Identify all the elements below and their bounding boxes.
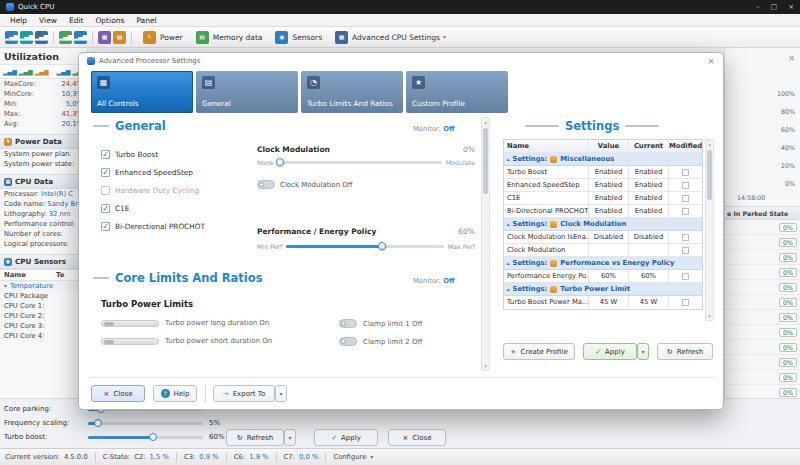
scrollbar-thumb[interactable] (707, 150, 712, 200)
clamp-limit-1-toggle[interactable]: Clamp limit 1 Off (339, 319, 422, 328)
scroll-down-icon[interactable]: ▾ (706, 312, 713, 320)
left-pane-scrollbar[interactable]: ▴ ▾ (481, 117, 490, 371)
scroll-up-icon[interactable]: ▴ (482, 118, 489, 126)
advanced-cpu-settings-button[interactable]: ▦ Advanced CPU Settings ▾ (328, 29, 452, 46)
clock-modulation-toggle[interactable]: Clock Modulation Off (257, 180, 353, 189)
checkbox-c1e[interactable]: ✓ C1E (101, 204, 129, 213)
settings-table-scrollbar[interactable]: ▴ ▾ (705, 139, 714, 321)
frequency-scaling-slider[interactable] (88, 422, 203, 425)
memory-data-button[interactable]: ▤ Memory data (189, 29, 269, 46)
modified-checkbox[interactable] (682, 234, 689, 241)
checkbox-hardware-duty-cycling[interactable]: Hardware Duty Cycling (101, 186, 199, 195)
clock-modulation-slider[interactable]: None Modulate (257, 159, 475, 166)
table-row[interactable]: Clock Modulation IsEna... Disabled Disab… (504, 231, 702, 244)
menu-options[interactable]: Options (89, 16, 130, 25)
gauge-icon: ◔ (307, 76, 320, 89)
report-icon[interactable]: ▤ (113, 31, 126, 44)
c3-label: C3: (184, 453, 195, 461)
menu-view[interactable]: View (33, 16, 63, 25)
checkbox-enhanced-speedstep[interactable]: ✓ Enhanced SpeedStep (101, 168, 193, 177)
modified-checkbox[interactable] (682, 169, 689, 176)
apply-button[interactable]: ✓ Apply (583, 343, 637, 360)
group-row-clock-modulation[interactable]: ▴ Settings: Clock Modulation (504, 218, 702, 231)
checkbox-bidirectional-prochot[interactable]: ✓ Bi-Derectional PROCHOT (101, 222, 205, 231)
minimize-button[interactable]: – (756, 3, 760, 11)
modified-checkbox[interactable] (682, 247, 689, 254)
chart-icon[interactable]: ▂▄▆ (5, 31, 18, 44)
core-limits-monitor-toggle[interactable]: Monitor: Off (413, 277, 454, 285)
menu-edit[interactable]: Edit (63, 16, 90, 25)
parked-state-column-header[interactable]: e In Parked State (725, 206, 800, 220)
table-row[interactable]: Turbo Boost Power Ma... 45 W 45 W (504, 296, 702, 309)
refresh-button-dialog[interactable]: ↻ Refresh (657, 343, 713, 360)
scroll-up-icon[interactable]: ▴ (706, 140, 713, 148)
performance-policy-slider[interactable]: Min Perf Max Perf (257, 243, 475, 250)
menu-help[interactable]: Help (4, 16, 33, 25)
close-button-main[interactable]: × Close (388, 429, 446, 446)
line-chart-icon[interactable]: ▂▄▆ (19, 69, 33, 75)
tab-custom-profile[interactable]: ★ Custom Profile (406, 71, 508, 113)
general-monitor-toggle[interactable]: Monitor: Off (413, 125, 454, 133)
modified-checkbox[interactable] (682, 195, 689, 202)
area-chart-icon[interactable]: ▂▄▆ (35, 69, 49, 75)
tab-turbo-limits[interactable]: ◔ Turbo Limits And Ratios (301, 71, 403, 113)
dialog-close-button[interactable]: × Close (91, 385, 145, 402)
modified-checkbox[interactable] (682, 208, 689, 215)
power-button[interactable]: ϟ Power (136, 29, 189, 46)
turbo-boost-value: 60% (209, 433, 225, 441)
profile-icon: ★ (510, 348, 516, 356)
panel-close-icon[interactable]: × (788, 54, 795, 63)
clamp-limit-2-toggle[interactable]: Clamp limit 2 Off (339, 337, 422, 346)
group-row-performance-energy[interactable]: ▴ Settings: Performance vs Energy Policy (504, 257, 702, 270)
sensor-row[interactable]: CPU Package (0, 291, 87, 301)
stats-icon[interactable]: ▂▄▆ (59, 31, 72, 44)
sensor-row[interactable]: CPU Core 2: (0, 311, 87, 321)
sensor-row[interactable]: CPU Core 4: (0, 331, 87, 341)
table-row[interactable]: Bi-Directional PROCHOT Enabled Enabled (504, 205, 702, 218)
apply-dropdown[interactable]: ▾ (637, 343, 649, 360)
group-row-miscellaneous[interactable]: ▴ Settings: Miscellaneous (504, 153, 702, 166)
menu-panel[interactable]: Panel (130, 16, 162, 25)
tab-general[interactable]: ▤ General (196, 71, 298, 113)
turbo-short-duration-control[interactable]: Turbo power short duration On (101, 337, 272, 345)
sensors-group-row[interactable]: ▾ Temperature (0, 281, 87, 291)
group-row-turbo-power-limit[interactable]: ▴ Settings: Turbo Power Limit (504, 283, 702, 296)
modified-checkbox[interactable] (682, 299, 689, 306)
turbo-boost-slider[interactable] (88, 436, 203, 439)
configure-button[interactable]: Configure (333, 453, 366, 461)
create-profile-button[interactable]: ★ Create Profile (503, 343, 575, 360)
grid-view-icon[interactable]: ▦ (98, 31, 111, 44)
tab-all-controls[interactable]: ▦ All Controls (91, 71, 193, 113)
checkbox-turbo-boost[interactable]: ✓ Turbo Boost (101, 150, 158, 159)
export-dropdown[interactable]: ▾ (275, 385, 287, 402)
table-row[interactable]: C1E Enabled Enabled (504, 192, 702, 205)
maximize-button[interactable]: □ (771, 3, 778, 11)
axis-label: 20% (765, 162, 795, 169)
export-to-button[interactable]: → Export To (213, 385, 275, 402)
sensor-row[interactable]: CPU Core 1: (0, 301, 87, 311)
dialog-close-icon[interactable]: × (707, 56, 715, 66)
apply-button-main[interactable]: ✓ Apply (314, 429, 378, 446)
table-row[interactable]: Enhanced SpeedStep Enabled Enabled (504, 179, 702, 192)
table-row[interactable]: Performance Energy Po... 60% 60% (504, 270, 702, 283)
sensors-button[interactable]: ◉ Sensors (268, 29, 328, 46)
cstate-label: C-State: (103, 453, 130, 461)
modified-checkbox[interactable] (682, 273, 689, 280)
bar-chart-icon[interactable]: ▂▄▆ (3, 69, 17, 75)
histogram-icon[interactable]: ▂▄▆ (35, 31, 48, 44)
refresh-dropdown[interactable]: ▾ (284, 429, 296, 446)
refresh-button[interactable]: ↻ Refresh (226, 429, 284, 446)
sensor-row[interactable]: CPU Core 3: (0, 321, 87, 331)
core-chart-icon[interactable]: ▂▄▆ (57, 69, 71, 75)
core-parking-label: Core parking: (4, 405, 88, 413)
modified-checkbox[interactable] (682, 182, 689, 189)
monitor-chart-icon[interactable]: ▂▄▆ (74, 31, 87, 44)
help-button[interactable]: ? Help (153, 385, 197, 402)
graph-icon[interactable]: ▂▄▆ (20, 31, 33, 44)
turbo-long-duration-control[interactable]: Turbo power long duration On (101, 319, 269, 327)
table-row[interactable]: Clock Modulation (504, 244, 702, 257)
table-row[interactable]: Turbo Boost Enabled Enabled (504, 166, 702, 179)
close-button[interactable]: × (788, 3, 794, 11)
scrollbar-thumb[interactable] (483, 128, 488, 194)
scroll-down-icon[interactable]: ▾ (482, 362, 489, 370)
